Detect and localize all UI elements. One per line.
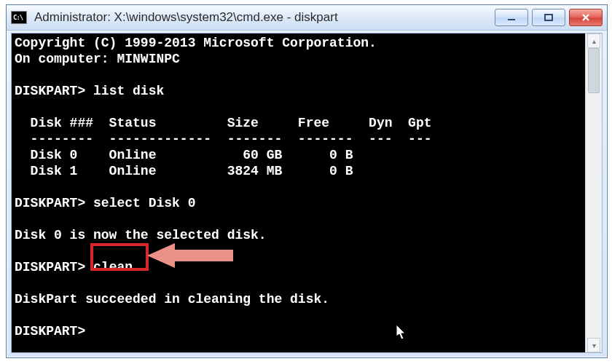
maximize-icon: [544, 13, 554, 22]
copyright-line: Copyright (C) 1999-2013 Microsoft Corpor…: [15, 36, 377, 50]
cmd-list-disk: list disk: [93, 84, 164, 98]
cmd-clean: clean: [93, 260, 133, 274]
console-output[interactable]: Copyright (C) 1999-2013 Microsoft Corpor…: [12, 33, 586, 352]
prompt: DISKPART>: [15, 260, 85, 274]
scrollbar-thumb[interactable]: [588, 48, 600, 93]
prompt: DISKPART>: [15, 196, 85, 210]
msg-clean-ok: DiskPart succeeded in cleaning the disk.: [15, 292, 329, 306]
minimize-icon: [506, 13, 517, 22]
window-title: Administrator: X:\windows\system32\cmd.e…: [34, 10, 489, 25]
table-divider: -------- ------------- ------- ------- -…: [15, 132, 432, 146]
prompt: DISKPART>: [15, 84, 85, 98]
vertical-scrollbar[interactable]: ▴ ▾: [585, 33, 602, 352]
computer-line: On computer: MINWINPC: [15, 52, 180, 66]
cmd-select-disk: select Disk 0: [93, 196, 195, 210]
cmd-window: C:\ Administrator: X:\windows\system32\c…: [6, 4, 608, 358]
scroll-up-button[interactable]: ▴: [587, 33, 600, 48]
close-button[interactable]: [569, 9, 603, 26]
table-row: Disk 1 Online 3824 MB 0 B: [15, 164, 353, 178]
table-row: Disk 0 Online 60 GB 0 B: [15, 148, 353, 162]
prompt: DISKPART>: [15, 324, 85, 339]
minimize-button[interactable]: [495, 9, 528, 26]
maximize-button[interactable]: [532, 9, 565, 26]
titlebar[interactable]: C:\ Administrator: X:\windows\system32\c…: [7, 5, 607, 31]
scroll-down-button[interactable]: ▾: [587, 338, 600, 352]
svg-rect-1: [545, 15, 552, 20]
cmd-app-icon: C:\: [11, 11, 27, 24]
msg-selected: Disk 0 is now the selected disk.: [15, 228, 267, 242]
client-area: Copyright (C) 1999-2013 Microsoft Corpor…: [11, 33, 603, 353]
window-controls: [495, 9, 603, 26]
close-icon: [581, 13, 591, 22]
table-header: Disk ### Status Size Free Dyn Gpt: [15, 116, 432, 130]
